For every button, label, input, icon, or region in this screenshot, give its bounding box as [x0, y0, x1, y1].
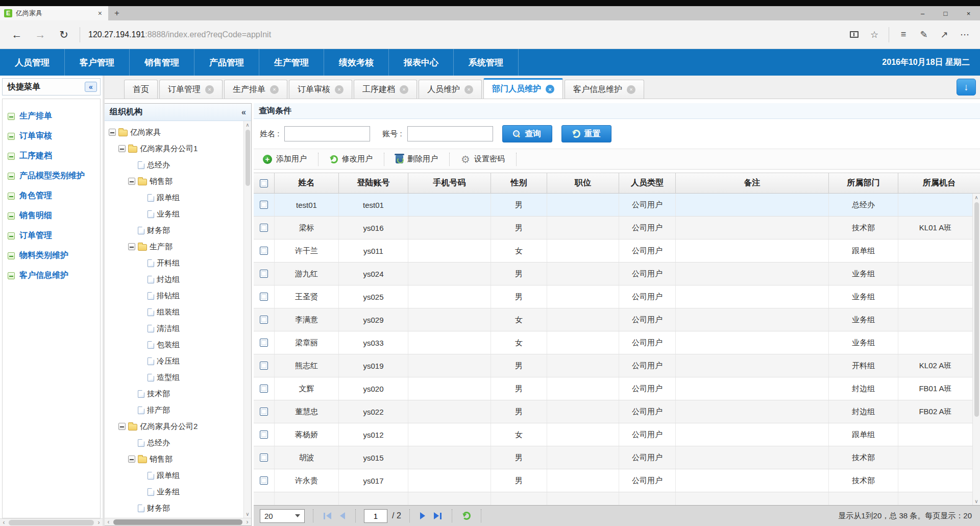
tab-close-icon[interactable]: × [627, 85, 635, 94]
tree-node-12[interactable]: 清洁组 [109, 320, 242, 337]
scroll-left-icon[interactable]: ‹ [105, 518, 112, 526]
row-checkbox[interactable] [260, 224, 268, 232]
tree-node-21[interactable]: 跟单组 [109, 467, 242, 484]
quick-menu-item-8[interactable]: 客户信息维护 [8, 266, 100, 285]
tab-close-icon[interactable]: × [400, 85, 408, 94]
tree-node-14[interactable]: 冷压组 [109, 353, 242, 369]
set-password-button[interactable]: ⚙设置密码 [458, 154, 508, 164]
table-row-12[interactable]: 许永贵ys017男公司用户技术部 [254, 469, 972, 492]
quick-menu-hscroll-thumb[interactable] [9, 520, 94, 525]
tab-close-icon[interactable]: × [270, 85, 279, 94]
doc-tab-4[interactable]: 工序建档× [354, 80, 417, 99]
row-checkbox-cell[interactable] [254, 469, 275, 492]
tree-node-7[interactable]: 生产部 [109, 238, 242, 255]
tree-node-15[interactable]: 造型组 [109, 369, 242, 386]
row-checkbox[interactable] [260, 293, 268, 301]
row-checkbox-cell[interactable] [254, 240, 275, 262]
column-header-6[interactable]: 备注 [676, 173, 829, 193]
row-checkbox-cell[interactable] [254, 423, 275, 446]
share-button[interactable]: ↗ [934, 29, 954, 40]
favorite-star-button[interactable]: ☆ [864, 29, 885, 40]
quick-menu-item-0[interactable]: 生产排单 [8, 106, 100, 126]
org-tree-vscrollbar[interactable]: ∧ ∨ [243, 121, 251, 518]
table-row-9[interactable]: 董慧忠ys022男公司用户封边组FB02 A班 [254, 400, 972, 423]
nav-item-1[interactable]: 客户管理 [65, 49, 130, 76]
user-table-vscroll-thumb[interactable] [974, 202, 979, 417]
column-header-3[interactable]: 性别 [491, 173, 547, 193]
minimize-button[interactable]: – [911, 6, 934, 20]
column-header-1[interactable]: 登陆账号 [339, 173, 408, 193]
nav-item-4[interactable]: 生产管理 [259, 49, 324, 76]
table-row-6[interactable]: 梁章丽ys033女公司用户业务组 [254, 331, 972, 354]
nav-item-5[interactable]: 绩效考核 [324, 49, 389, 76]
first-page-button[interactable] [322, 512, 333, 519]
tree-node-6[interactable]: 财务部 [109, 222, 242, 238]
row-checkbox-cell[interactable] [254, 308, 275, 331]
column-header-7[interactable]: 所属部门 [829, 173, 898, 193]
doc-tab-3[interactable]: 订单审核× [289, 80, 352, 99]
table-row-5[interactable]: 李满意ys029女公司用户业务组 [254, 308, 972, 331]
tab-close-icon[interactable]: × [464, 85, 473, 94]
add-user-button[interactable]: +添加用户 [260, 154, 310, 164]
maximize-button[interactable]: □ [934, 6, 957, 20]
row-checkbox[interactable] [260, 431, 268, 439]
quick-menu-item-2[interactable]: 工序建档 [8, 146, 100, 166]
name-input[interactable] [284, 126, 370, 141]
new-tab-button[interactable]: + [108, 6, 126, 20]
back-button[interactable]: ← [5, 29, 29, 41]
select-all-checkbox[interactable] [260, 179, 268, 187]
table-row-4[interactable]: 王圣贤ys025男公司用户业务组 [254, 285, 972, 308]
tab-close-icon[interactable]: × [546, 85, 554, 93]
row-checkbox[interactable] [260, 362, 268, 370]
nav-item-7[interactable]: 系统管理 [454, 49, 519, 76]
tab-overflow-button[interactable]: ↓ [957, 79, 976, 95]
scroll-down-icon[interactable]: ∨ [246, 510, 249, 518]
tree-toggle-minus-icon[interactable] [128, 456, 135, 463]
tree-node-11[interactable]: 组装组 [109, 304, 242, 320]
row-checkbox-cell[interactable] [254, 217, 275, 239]
tree-node-13[interactable]: 包装组 [109, 337, 242, 353]
quick-menu-item-6[interactable]: 订单管理 [8, 226, 100, 246]
table-row-1[interactable]: 梁标ys016男公司用户技术部KL01 A班 [254, 217, 972, 240]
row-checkbox[interactable] [260, 408, 268, 416]
row-checkbox-cell[interactable] [254, 354, 275, 377]
select-all-header-cell[interactable] [254, 173, 275, 193]
browser-tab[interactable]: E 亿尚家具 × [0, 6, 108, 20]
org-tree-hscrollbar[interactable]: ‹ › [105, 518, 251, 525]
scroll-right-icon[interactable]: › [243, 518, 251, 526]
tree-node-2[interactable]: 总经办 [109, 157, 242, 173]
tree-node-8[interactable]: 开料组 [109, 255, 242, 271]
nav-item-0[interactable]: 人员管理 [0, 49, 65, 76]
org-tree-vscroll-thumb[interactable] [246, 130, 250, 186]
quick-menu-item-5[interactable]: 销售明细 [8, 206, 100, 226]
tree-node-9[interactable]: 封边组 [109, 271, 242, 288]
org-tree-collapse-button[interactable]: « [241, 108, 246, 117]
tree-node-5[interactable]: 业务组 [109, 206, 242, 222]
quick-menu-hscrollbar[interactable]: ‹ › [0, 518, 103, 526]
doc-tab-6[interactable]: 部门人员维护× [483, 78, 563, 99]
prev-page-button[interactable] [338, 512, 347, 519]
quick-menu-collapse-button[interactable]: « [85, 82, 97, 92]
org-tree-hscroll-thumb[interactable] [113, 519, 242, 525]
tree-node-3[interactable]: 销售部 [109, 173, 242, 189]
last-page-button[interactable] [432, 512, 444, 519]
scroll-left-icon[interactable]: ‹ [0, 519, 8, 526]
tree-node-4[interactable]: 跟单组 [109, 189, 242, 206]
tab-close-icon[interactable]: × [335, 85, 344, 94]
nav-item-6[interactable]: 报表中心 [389, 49, 454, 76]
scroll-up-icon[interactable]: ∧ [974, 194, 978, 201]
tree-node-24[interactable]: 生产部 [109, 516, 242, 518]
tree-node-10[interactable]: 排钻组 [109, 288, 242, 304]
hub-button[interactable]: ≡ [893, 29, 914, 40]
quick-menu-item-4[interactable]: 角色管理 [8, 186, 100, 206]
browser-tab-close-icon[interactable]: × [96, 9, 104, 17]
row-checkbox[interactable] [260, 201, 268, 209]
table-row-0[interactable]: test01test01男公司用户总经办 [254, 194, 972, 217]
table-row-7[interactable]: 熊志红ys019男公司用户开料组KL02 A班 [254, 354, 972, 377]
row-checkbox[interactable] [260, 453, 268, 462]
row-checkbox-cell[interactable] [254, 331, 275, 354]
row-checkbox-cell[interactable] [254, 285, 275, 308]
tree-toggle-minus-icon[interactable] [118, 423, 126, 430]
tree-toggle-minus-icon[interactable] [128, 243, 135, 250]
quick-menu-item-7[interactable]: 物料类别维护 [8, 246, 100, 266]
